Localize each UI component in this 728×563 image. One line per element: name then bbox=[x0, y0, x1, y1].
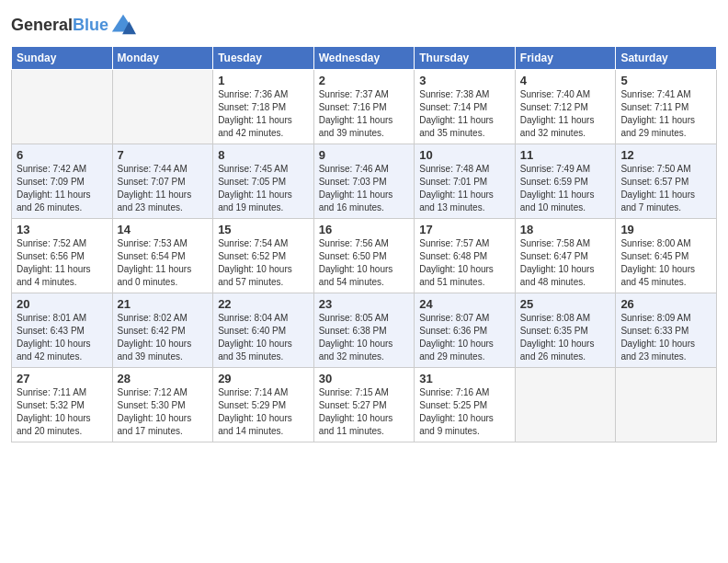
weekday-header: Saturday bbox=[616, 47, 717, 70]
calendar-cell: 21 Sunrise: 8:02 AM Sunset: 6:42 PM Dayl… bbox=[112, 293, 213, 368]
sunset-text: Sunset: 6:59 PM bbox=[520, 177, 588, 187]
daylight-text: Daylight: 11 hours and 4 minutes. bbox=[17, 264, 91, 287]
calendar-cell: 2 Sunrise: 7:37 AM Sunset: 7:16 PM Dayli… bbox=[313, 70, 415, 144]
day-info: Sunrise: 7:52 AM Sunset: 6:56 PM Dayligh… bbox=[17, 237, 108, 289]
day-number: 28 bbox=[118, 372, 209, 385]
day-number: 10 bbox=[419, 148, 510, 162]
sunset-text: Sunset: 7:07 PM bbox=[118, 177, 186, 187]
weekday-header: Friday bbox=[515, 47, 616, 70]
calendar-cell: 31 Sunrise: 7:16 AM Sunset: 5:25 PM Dayl… bbox=[415, 368, 516, 442]
sunset-text: Sunset: 7:12 PM bbox=[520, 102, 588, 112]
sunrise-text: Sunrise: 7:46 AM bbox=[319, 164, 389, 174]
daylight-text: Daylight: 10 hours and 11 minutes. bbox=[319, 413, 393, 436]
calendar-week-row: 13 Sunrise: 7:52 AM Sunset: 6:56 PM Dayl… bbox=[12, 219, 717, 293]
calendar-cell: 3 Sunrise: 7:38 AM Sunset: 7:14 PM Dayli… bbox=[415, 70, 516, 144]
day-number: 2 bbox=[319, 74, 410, 87]
sunset-text: Sunset: 7:14 PM bbox=[419, 102, 487, 112]
sunrise-text: Sunrise: 7:37 AM bbox=[319, 89, 389, 99]
daylight-text: Daylight: 10 hours and 51 minutes. bbox=[419, 264, 494, 287]
calendar-cell: 5 Sunrise: 7:41 AM Sunset: 7:11 PM Dayli… bbox=[616, 70, 717, 144]
day-info: Sunrise: 7:53 AM Sunset: 6:54 PM Dayligh… bbox=[118, 237, 209, 289]
calendar-week-row: 27 Sunrise: 7:11 AM Sunset: 5:32 PM Dayl… bbox=[12, 368, 717, 442]
day-number: 19 bbox=[620, 223, 711, 236]
sunrise-text: Sunrise: 8:07 AM bbox=[419, 313, 489, 323]
day-number: 11 bbox=[520, 148, 611, 162]
calendar-cell: 25 Sunrise: 8:08 AM Sunset: 6:35 PM Dayl… bbox=[515, 293, 616, 368]
day-info: Sunrise: 8:00 AM Sunset: 6:45 PM Dayligh… bbox=[620, 237, 711, 289]
daylight-text: Daylight: 10 hours and 14 minutes. bbox=[218, 413, 292, 436]
calendar-cell: 12 Sunrise: 7:50 AM Sunset: 6:57 PM Dayl… bbox=[616, 144, 717, 219]
sunrise-text: Sunrise: 8:00 AM bbox=[620, 238, 690, 248]
calendar-cell bbox=[515, 368, 616, 442]
sunrise-text: Sunrise: 7:42 AM bbox=[17, 164, 86, 174]
day-info: Sunrise: 8:07 AM Sunset: 6:36 PM Dayligh… bbox=[419, 312, 510, 363]
daylight-text: Daylight: 10 hours and 48 minutes. bbox=[520, 264, 595, 287]
daylight-text: Daylight: 10 hours and 42 minutes. bbox=[17, 339, 91, 362]
sunrise-text: Sunrise: 7:15 AM bbox=[319, 387, 389, 397]
calendar-cell: 30 Sunrise: 7:15 AM Sunset: 5:27 PM Dayl… bbox=[313, 368, 415, 442]
day-info: Sunrise: 7:16 AM Sunset: 5:25 PM Dayligh… bbox=[419, 386, 510, 438]
sunset-text: Sunset: 6:45 PM bbox=[620, 251, 688, 261]
calendar-cell: 9 Sunrise: 7:46 AM Sunset: 7:03 PM Dayli… bbox=[313, 144, 415, 219]
daylight-text: Daylight: 10 hours and 23 minutes. bbox=[620, 339, 695, 362]
day-info: Sunrise: 8:05 AM Sunset: 6:38 PM Dayligh… bbox=[319, 312, 410, 363]
calendar-header-row: SundayMondayTuesdayWednesdayThursdayFrid… bbox=[12, 47, 717, 70]
day-number: 22 bbox=[218, 297, 309, 311]
sunset-text: Sunset: 6:36 PM bbox=[419, 326, 487, 336]
day-info: Sunrise: 7:38 AM Sunset: 7:14 PM Dayligh… bbox=[419, 88, 510, 140]
day-info: Sunrise: 7:14 AM Sunset: 5:29 PM Dayligh… bbox=[218, 386, 309, 438]
sunrise-text: Sunrise: 7:11 AM bbox=[17, 387, 86, 397]
sunrise-text: Sunrise: 7:38 AM bbox=[419, 89, 489, 99]
day-info: Sunrise: 7:36 AM Sunset: 7:18 PM Dayligh… bbox=[218, 88, 309, 140]
sunset-text: Sunset: 5:29 PM bbox=[218, 400, 286, 410]
sunrise-text: Sunrise: 7:14 AM bbox=[218, 387, 288, 397]
daylight-text: Daylight: 10 hours and 20 minutes. bbox=[17, 413, 91, 436]
calendar-cell: 27 Sunrise: 7:11 AM Sunset: 5:32 PM Dayl… bbox=[12, 368, 113, 442]
day-info: Sunrise: 7:56 AM Sunset: 6:50 PM Dayligh… bbox=[319, 237, 410, 289]
sunrise-text: Sunrise: 8:04 AM bbox=[218, 313, 288, 323]
daylight-text: Daylight: 10 hours and 45 minutes. bbox=[620, 264, 695, 287]
calendar-cell: 18 Sunrise: 7:58 AM Sunset: 6:47 PM Dayl… bbox=[515, 219, 616, 293]
sunset-text: Sunset: 6:48 PM bbox=[419, 251, 487, 261]
daylight-text: Daylight: 10 hours and 9 minutes. bbox=[419, 413, 494, 436]
day-number: 23 bbox=[319, 297, 410, 311]
day-info: Sunrise: 8:08 AM Sunset: 6:35 PM Dayligh… bbox=[520, 312, 611, 363]
sunrise-text: Sunrise: 8:08 AM bbox=[520, 313, 590, 323]
calendar-week-row: 20 Sunrise: 8:01 AM Sunset: 6:43 PM Dayl… bbox=[12, 293, 717, 368]
day-number: 27 bbox=[17, 372, 108, 385]
daylight-text: Daylight: 11 hours and 42 minutes. bbox=[218, 115, 292, 138]
sunrise-text: Sunrise: 7:36 AM bbox=[218, 89, 288, 99]
day-info: Sunrise: 7:40 AM Sunset: 7:12 PM Dayligh… bbox=[520, 88, 611, 140]
calendar-cell: 8 Sunrise: 7:45 AM Sunset: 7:05 PM Dayli… bbox=[213, 144, 314, 219]
daylight-text: Daylight: 10 hours and 35 minutes. bbox=[218, 339, 292, 362]
calendar-cell: 14 Sunrise: 7:53 AM Sunset: 6:54 PM Dayl… bbox=[112, 219, 213, 293]
sunrise-text: Sunrise: 7:41 AM bbox=[620, 89, 690, 99]
daylight-text: Daylight: 10 hours and 32 minutes. bbox=[319, 339, 393, 362]
sunset-text: Sunset: 5:25 PM bbox=[419, 400, 487, 410]
daylight-text: Daylight: 11 hours and 35 minutes. bbox=[419, 115, 494, 138]
weekday-header: Sunday bbox=[12, 47, 113, 70]
daylight-text: Daylight: 10 hours and 26 minutes. bbox=[520, 339, 595, 362]
daylight-text: Daylight: 11 hours and 7 minutes. bbox=[620, 190, 695, 213]
sunset-text: Sunset: 6:52 PM bbox=[218, 251, 286, 261]
day-info: Sunrise: 7:58 AM Sunset: 6:47 PM Dayligh… bbox=[520, 237, 611, 289]
sunset-text: Sunset: 7:11 PM bbox=[620, 102, 688, 112]
sunset-text: Sunset: 6:47 PM bbox=[520, 251, 588, 261]
weekday-header: Wednesday bbox=[313, 47, 415, 70]
day-info: Sunrise: 7:42 AM Sunset: 7:09 PM Dayligh… bbox=[17, 163, 108, 214]
day-number: 4 bbox=[520, 74, 611, 87]
calendar-cell: 16 Sunrise: 7:56 AM Sunset: 6:50 PM Dayl… bbox=[313, 219, 415, 293]
weekday-header: Tuesday bbox=[213, 47, 314, 70]
sunset-text: Sunset: 6:35 PM bbox=[520, 326, 588, 336]
calendar-week-row: 6 Sunrise: 7:42 AM Sunset: 7:09 PM Dayli… bbox=[12, 144, 717, 219]
day-number: 5 bbox=[620, 74, 711, 87]
sunrise-text: Sunrise: 8:02 AM bbox=[118, 313, 188, 323]
daylight-text: Daylight: 11 hours and 39 minutes. bbox=[319, 115, 393, 138]
calendar-cell: 24 Sunrise: 8:07 AM Sunset: 6:36 PM Dayl… bbox=[415, 293, 516, 368]
day-number: 9 bbox=[319, 148, 410, 162]
daylight-text: Daylight: 11 hours and 13 minutes. bbox=[419, 190, 494, 213]
sunset-text: Sunset: 6:38 PM bbox=[319, 326, 387, 336]
calendar-cell: 15 Sunrise: 7:54 AM Sunset: 6:52 PM Dayl… bbox=[213, 219, 314, 293]
day-number: 1 bbox=[218, 74, 309, 87]
day-number: 18 bbox=[520, 223, 611, 236]
